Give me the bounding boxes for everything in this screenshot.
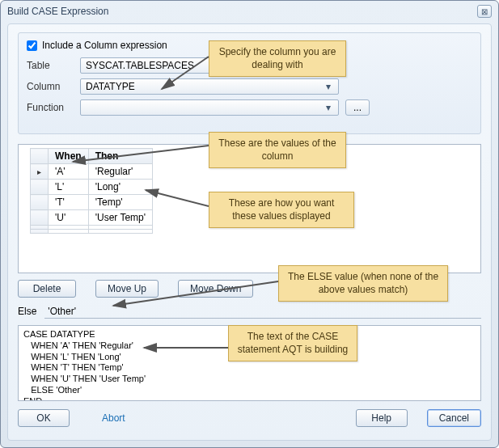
close-button[interactable]: ⊠ (477, 5, 492, 18)
dialog-button-row: OK Abort Help Cancel (18, 409, 481, 427)
else-row: Else (18, 304, 481, 319)
move-down-button[interactable]: Move Down (178, 280, 253, 298)
function-label: Function (27, 102, 74, 113)
then-cell[interactable]: 'Regular' (88, 164, 152, 180)
row-header-blank (31, 149, 49, 164)
row-marker (31, 230, 49, 234)
when-cell[interactable]: 'L' (49, 180, 89, 195)
when-cell[interactable] (49, 230, 89, 234)
when-cell[interactable]: 'A' (49, 164, 89, 180)
when-cell[interactable]: 'U' (49, 210, 89, 226)
table-row[interactable]: 'U' 'User Temp' (31, 210, 153, 226)
annotation-display: These are how you want these values disp… (209, 192, 354, 228)
annotation-preview: The text of the CASE statement AQT is bu… (228, 325, 357, 361)
include-column-checkbox[interactable] (27, 40, 37, 51)
titlebar: Build CASE Expression ⊠ (1, 1, 498, 22)
col-header-when[interactable]: When (49, 149, 89, 164)
chevron-down-icon: ▾ (322, 102, 335, 113)
then-cell[interactable] (88, 230, 152, 234)
cancel-button[interactable]: Cancel (427, 409, 481, 427)
move-up-button[interactable]: Move Up (95, 280, 159, 298)
column-value: DATATYPE (86, 81, 135, 92)
row-marker: ▸ (31, 164, 49, 180)
then-cell[interactable]: 'Long' (88, 180, 152, 195)
function-combo[interactable]: ▾ (80, 99, 339, 116)
chevron-down-icon: ▾ (322, 81, 335, 92)
table-value: SYSCAT.TABLESPACES (86, 60, 194, 71)
then-cell[interactable]: 'Temp' (88, 195, 152, 210)
when-then-grid[interactable]: When Then ▸ 'A' 'Regular' 'L' 'Long' (30, 148, 153, 234)
row-marker (31, 210, 49, 226)
table-row[interactable]: 'T' 'Temp' (31, 195, 153, 210)
row-marker (31, 195, 49, 210)
dialog-content: Include a Column expression Table SYSCAT… (7, 23, 492, 441)
column-combo[interactable]: DATATYPE ▾ (80, 78, 339, 95)
row-marker (31, 180, 49, 195)
else-input[interactable] (44, 304, 481, 319)
help-button[interactable]: Help (356, 409, 408, 427)
function-browse-button[interactable]: ... (345, 99, 370, 116)
column-label: Column (27, 81, 74, 92)
table-row[interactable] (31, 230, 153, 234)
table-row[interactable]: 'L' 'Long' (31, 180, 153, 195)
annotation-else: The ELSE value (when none of the above v… (278, 265, 448, 302)
window-title: Build CASE Expression (7, 6, 108, 17)
table-row[interactable]: ▸ 'A' 'Regular' (31, 164, 153, 180)
abort-button[interactable]: Abort (102, 412, 125, 424)
delete-button[interactable]: Delete (18, 280, 76, 298)
annotation-values: These are the values of the column (209, 132, 346, 168)
annotation-column: Specify the column you are dealing with (209, 40, 346, 77)
when-cell[interactable]: 'T' (49, 195, 89, 210)
col-header-then[interactable]: Then (88, 149, 152, 164)
ellipsis-icon: ... (353, 102, 362, 113)
table-label: Table (27, 60, 74, 71)
else-label: Else (18, 306, 36, 317)
ok-button[interactable]: OK (18, 409, 70, 427)
then-cell[interactable]: 'User Temp' (88, 210, 152, 226)
include-column-label: Include a Column expression (42, 40, 167, 51)
